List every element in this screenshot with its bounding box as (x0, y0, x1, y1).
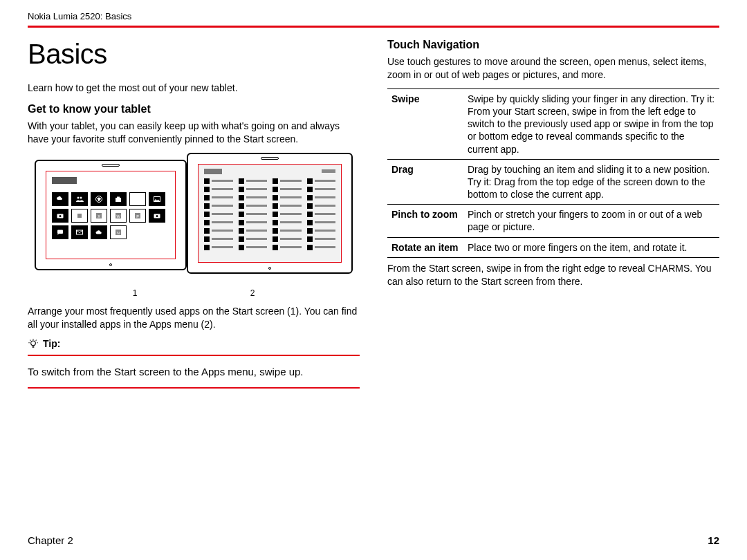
tip-heading: Tip: (28, 338, 360, 349)
svg-point-5 (59, 215, 62, 217)
gesture-row-rotate: Rotate an item Place two or more fingers… (387, 237, 719, 257)
gesture-term: Rotate an item (387, 237, 463, 257)
gesture-row-pinch: Pinch to zoom Pinch or stretch your fing… (387, 205, 719, 237)
store-tile-icon (110, 192, 127, 206)
svg-text:X: X (98, 214, 100, 218)
left-column: Basics Learn how to get the most out of … (28, 39, 360, 394)
gesture-term: Pinch to zoom (387, 205, 463, 237)
photo-tile-icon (149, 192, 165, 206)
svg-rect-6 (77, 214, 82, 218)
powerpoint-tile-icon: P (129, 209, 146, 223)
mail-tile-icon (71, 225, 88, 239)
weather-tile-icon (52, 192, 68, 206)
svg-text:P: P (136, 214, 139, 218)
people-tile-icon (71, 192, 88, 206)
header-rule (28, 26, 719, 28)
section-get-to-know-heading: Get to know your tablet (28, 103, 360, 115)
section-get-to-know-body: With your tablet, you can easily keep up… (28, 120, 360, 146)
page-footer: Chapter 2 12 (28, 534, 719, 546)
gesture-term: Swipe (387, 88, 463, 159)
gesture-desc: Pinch or stretch your fingers to zoom in… (463, 205, 719, 237)
chat-tile-icon (52, 225, 68, 239)
gesture-desc: Place two or more fingers on the item, a… (463, 237, 719, 257)
tip-label: Tip: (43, 338, 60, 349)
camera2-tile-icon (149, 209, 165, 223)
svg-text:W: W (116, 214, 120, 218)
word-tile-icon: W (110, 209, 127, 223)
gesture-desc: Swipe by quickly sliding your finger in … (463, 88, 719, 159)
onenote-tile-icon: N (110, 225, 127, 239)
svg-point-19 (31, 341, 36, 346)
gesture-desc: Drag by touching an item and sliding it … (463, 159, 719, 205)
section-touch-heading: Touch Navigation (387, 39, 719, 51)
svg-rect-15 (57, 230, 63, 234)
section-touch-body: Use touch gestures to move around the sc… (387, 55, 719, 82)
figure-caption: Arrange your most frequently used apps o… (28, 305, 360, 331)
skydrive-tile-icon (91, 225, 107, 239)
tablet-apps-menu (187, 153, 353, 274)
gesture-row-swipe: Swipe Swipe by quickly sliding your fing… (387, 88, 719, 159)
chapter-label: Chapter 2 (28, 534, 73, 546)
gesture-term: Drag (387, 159, 463, 205)
gesture-row-drag: Drag Drag by touching an item and slidin… (387, 159, 719, 205)
svg-text:N: N (117, 230, 120, 234)
page-number: 12 (708, 534, 719, 546)
tip-rule-bottom (28, 387, 360, 389)
running-header: Nokia Lumia 2520: Basics (28, 11, 719, 21)
tip-body: To switch from the Start screen to the A… (28, 362, 360, 382)
camera-tile-icon (52, 209, 68, 223)
browser-tile-icon (91, 192, 107, 206)
blank-tile (129, 192, 146, 206)
tablet-figure: X W P N (28, 153, 360, 291)
page-title: Basics (28, 39, 360, 70)
svg-point-1 (80, 196, 82, 198)
right-column: Touch Navigation Use touch gestures to m… (387, 39, 719, 394)
section-touch-after: From the Start screen, swipe in from the… (387, 262, 719, 288)
lightbulb-icon (28, 338, 39, 349)
svg-point-14 (156, 215, 158, 217)
tip-rule-top (28, 355, 360, 356)
excel-tile-icon: X (91, 209, 107, 223)
content-columns: Basics Learn how to get the most out of … (28, 39, 719, 394)
svg-point-0 (77, 196, 80, 198)
tablet-start-screen: X W P N (35, 160, 187, 270)
intro-text: Learn how to get the most out of your ne… (28, 82, 360, 93)
app-tile (71, 209, 88, 223)
gesture-table: Swipe Swipe by quickly sliding your fing… (387, 88, 719, 258)
